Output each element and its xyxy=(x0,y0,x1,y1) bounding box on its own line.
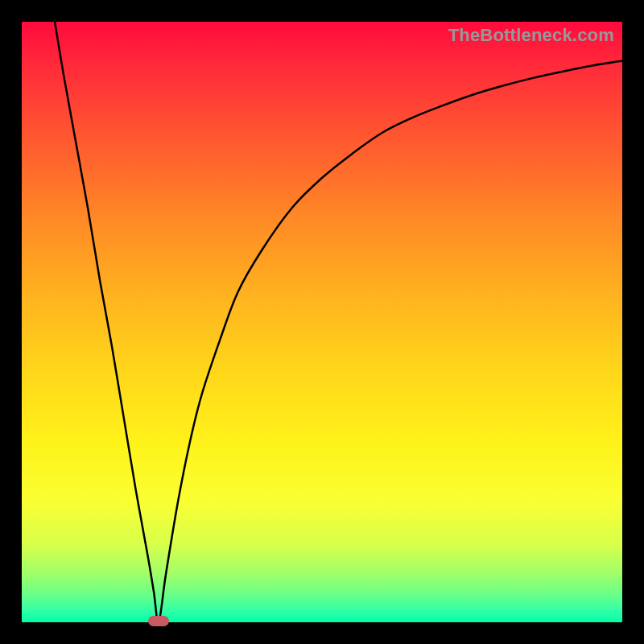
plot-area: TheBottleneck.com xyxy=(22,22,622,622)
minimum-marker xyxy=(148,616,169,626)
curve-svg xyxy=(22,22,622,622)
bottleneck-curve xyxy=(55,22,622,622)
chart-frame: TheBottleneck.com xyxy=(0,0,644,644)
